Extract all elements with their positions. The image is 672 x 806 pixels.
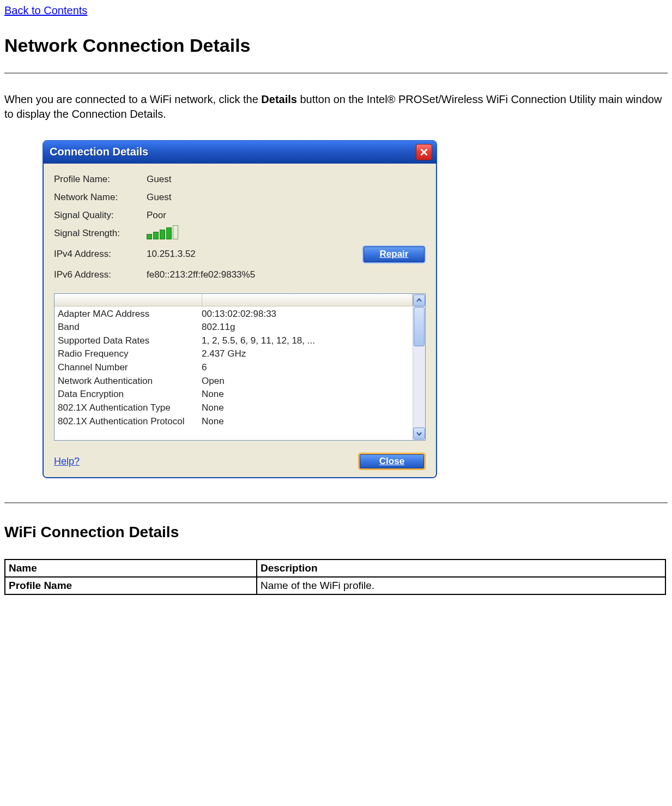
list-item-value: 00:13:02:02:98:33: [202, 308, 276, 321]
network-name-value: Guest: [147, 191, 294, 204]
scroll-thumb[interactable]: [414, 307, 425, 346]
scrollbar[interactable]: [413, 294, 425, 440]
list-header-col1[interactable]: [55, 294, 202, 306]
list-item[interactable]: Radio Frequency2.437 GHz: [58, 347, 409, 361]
list-item-value: 802.11g: [202, 321, 235, 334]
list-item-name: Channel Number: [58, 361, 202, 375]
td-description: Name of the WiFi profile.: [257, 577, 665, 594]
signal-quality-label: Signal Quality:: [54, 209, 147, 222]
list-item[interactable]: Supported Data Rates1, 2, 5.5, 6, 9, 11,…: [58, 334, 409, 348]
intro-bold: Details: [261, 93, 297, 105]
dialog-titlebar: Connection Details: [43, 141, 437, 164]
list-item-name: Supported Data Rates: [58, 334, 202, 348]
signal-quality-value: Poor: [147, 209, 294, 222]
scroll-up-button[interactable]: [413, 294, 425, 306]
list-item-value: Open: [202, 375, 225, 388]
th-name: Name: [5, 560, 257, 577]
list-header: [55, 294, 413, 306]
list-item-value: None: [202, 388, 224, 401]
scroll-down-button[interactable]: [413, 428, 425, 440]
list-item-value: 2.437 GHz: [202, 347, 246, 361]
intro-paragraph: When you are connected to a WiFi network…: [4, 92, 668, 122]
list-item-value: 6: [202, 361, 207, 375]
close-button[interactable]: Close: [358, 453, 426, 471]
dialog-title: Connection Details: [50, 145, 416, 159]
list-item[interactable]: Adapter MAC Address00:13:02:02:98:33: [58, 308, 409, 321]
th-description: Description: [257, 560, 665, 577]
scroll-track[interactable]: [413, 307, 425, 427]
section-title: WiFi Connection Details: [4, 522, 668, 543]
list-item-name: Band: [58, 321, 202, 334]
list-item[interactable]: Band802.11g: [58, 321, 409, 334]
dialog-body: Profile Name: Guest Network Name: Guest …: [43, 164, 437, 478]
list-item-name: Adapter MAC Address: [58, 308, 202, 321]
list-rows: Adapter MAC Address00:13:02:02:98:33 Ban…: [55, 306, 413, 430]
divider: [4, 73, 668, 74]
network-name-label: Network Name:: [54, 191, 147, 204]
close-icon: [420, 148, 428, 156]
details-listbox: Adapter MAC Address00:13:02:02:98:33 Ban…: [54, 293, 426, 441]
back-to-contents-link[interactable]: Back to Contents: [4, 4, 87, 16]
table-header-row: Name Description: [5, 560, 665, 577]
intro-text-1: When you are connected to a WiFi network…: [4, 93, 261, 105]
list-item[interactable]: Channel Number6: [58, 361, 409, 375]
list-item-name: Data Encryption: [58, 388, 202, 401]
ipv6-label: IPv6 Address:: [54, 269, 147, 281]
list-item-value: None: [202, 415, 224, 429]
list-item-name: 802.1X Authentication Type: [58, 401, 202, 415]
list-item-value: None: [202, 401, 224, 415]
signal-strength-label: Signal Strength:: [54, 227, 147, 240]
connection-details-dialog: Connection Details Profile Name: Guest N…: [43, 140, 437, 479]
page-title: Network Connection Details: [4, 33, 668, 58]
list-item[interactable]: Network AuthenticationOpen: [58, 375, 409, 388]
list-header-col2[interactable]: [202, 294, 413, 306]
signal-bars-icon: [147, 227, 294, 239]
chevron-down-icon: [416, 431, 422, 436]
list-item-value: 1, 2, 5.5, 6, 9, 11, 12, 18, ...: [202, 334, 315, 348]
profile-name-value: Guest: [147, 173, 294, 186]
dialog-footer: Help? Close: [54, 453, 426, 471]
profile-name-label: Profile Name:: [54, 173, 147, 186]
list-item-name: Radio Frequency: [58, 347, 202, 361]
list-item-name: Network Authentication: [58, 375, 202, 388]
list-item[interactable]: Data EncryptionNone: [58, 388, 409, 401]
divider: [4, 502, 668, 503]
list-content: Adapter MAC Address00:13:02:02:98:33 Ban…: [55, 294, 413, 440]
summary-grid: Profile Name: Guest Network Name: Guest …: [54, 173, 426, 281]
definition-table: Name Description Profile Name Name of th…: [4, 559, 666, 594]
chevron-up-icon: [416, 298, 422, 303]
ipv6-value: fe80::213:2ff:fe02:9833%5: [147, 269, 294, 281]
list-item[interactable]: 802.1X Authentication TypeNone: [58, 401, 409, 415]
ipv4-value: 10.251.3.52: [147, 248, 294, 261]
list-item[interactable]: 802.1X Authentication ProtocolNone: [58, 415, 409, 429]
ipv4-label: IPv4 Address:: [54, 248, 147, 261]
list-item-name: 802.1X Authentication Protocol: [58, 415, 202, 429]
help-link[interactable]: Help?: [54, 455, 80, 468]
td-name: Profile Name: [5, 577, 257, 594]
repair-button[interactable]: Repair: [362, 245, 426, 263]
signal-strength-value: [147, 227, 294, 239]
titlebar-close-button[interactable]: [416, 144, 432, 160]
table-row: Profile Name Name of the WiFi profile.: [5, 577, 665, 594]
